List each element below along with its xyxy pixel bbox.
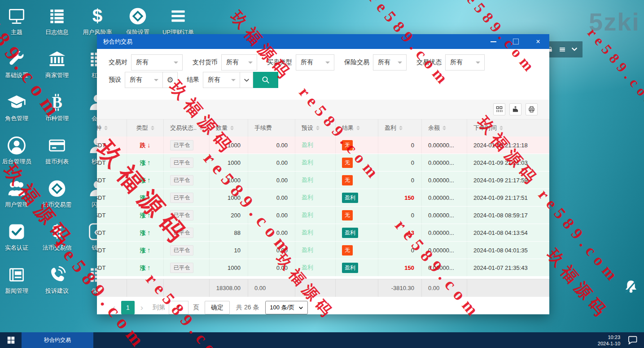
collapse-select[interactable] <box>240 72 253 88</box>
desktop-icon-menu[interactable]: UP理财订单 <box>158 6 198 36</box>
desktop-icon-list[interactable]: 日志信息 <box>37 6 77 36</box>
desktop-icon-newspaper[interactable]: 新闻管理 <box>0 265 37 295</box>
profit-cell: 150 <box>404 194 414 201</box>
coin-cell: USDT <box>97 229 105 236</box>
logo-circle-icon <box>128 6 148 26</box>
dollar-icon: $ <box>88 6 107 26</box>
column-header[interactable]: 盈利 <box>378 119 422 137</box>
column-header[interactable]: 交易状态.. <box>164 119 210 137</box>
desktop-icon-users[interactable]: 用户管理 <box>0 179 37 209</box>
grad-cap-icon <box>7 93 26 112</box>
qty-cell: 200 <box>231 212 241 219</box>
result-badge: 无 <box>342 158 353 168</box>
taskbar-task-second-contract[interactable]: 秒合约交易 <box>22 332 93 348</box>
desktop-icon-user-circle[interactable]: 后台管理员 <box>0 136 37 166</box>
pay-currency-select[interactable]: 所有 <box>221 54 257 70</box>
sort-icon[interactable] <box>151 126 154 130</box>
preset-cell: 盈利 <box>302 159 313 167</box>
column-header[interactable]: 数量 <box>210 119 248 137</box>
type-cell: 涨 ↑ <box>140 246 150 255</box>
sort-icon[interactable] <box>199 126 203 130</box>
column-header[interactable]: 下单时间 <box>467 119 549 137</box>
list-icon <box>47 6 67 26</box>
preset-select[interactable]: 所有 <box>125 72 163 88</box>
table-row: USDT涨 ↑已平仓100.00盈利无00.00000...2024-01-08… <box>97 242 549 259</box>
table-area: 币种类型交易状态..数量手续费预设结果盈利余额下单时间 USDT跌 ↓已平仓10… <box>97 100 549 315</box>
per-page-select[interactable]: 100 条/页 <box>265 301 308 314</box>
result-select[interactable]: 所有 <box>203 72 240 88</box>
column-header[interactable]: 预设 <box>295 119 336 137</box>
close-button[interactable]: × <box>533 37 543 47</box>
desktop-icon-phone[interactable]: 投诉建议 <box>37 265 77 295</box>
page-number-input[interactable] <box>169 301 188 314</box>
confirm-button[interactable]: 确定 <box>205 301 230 314</box>
trade-status-select[interactable]: 所有 <box>445 54 485 70</box>
wrench-icon <box>7 49 26 69</box>
window-titlebar[interactable]: 秒合约交易 × <box>97 34 549 49</box>
column-label: 下单时间 <box>473 124 497 132</box>
sort-icon[interactable] <box>399 126 403 130</box>
sort-icon[interactable] <box>316 126 320 130</box>
search-button[interactable] <box>253 72 278 88</box>
filter-bar: 交易对 所有 支付货币 所有 买卖类型 所有 <box>97 54 549 88</box>
trading-pair-select[interactable]: 所有 <box>131 54 183 70</box>
next-page-button[interactable]: › <box>136 303 147 313</box>
desktop-icon-check-square[interactable]: 实名认证 <box>0 222 37 252</box>
trade-type-select[interactable]: 所有 <box>296 54 334 70</box>
filter-trade-type: 买卖类型 所有 <box>267 54 334 70</box>
profit-cell: 0 <box>411 142 414 149</box>
desktop-icon-card[interactable]: 提币列表 <box>37 136 77 166</box>
maximize-button[interactable] <box>511 37 521 47</box>
taskbar-clock[interactable]: 10:23 2024-1-10 <box>598 334 620 347</box>
windows-logo-icon <box>7 336 15 344</box>
sort-icon[interactable] <box>442 126 446 130</box>
desktop-icon-bank[interactable]: 商家管理 <box>37 49 77 79</box>
sort-icon[interactable] <box>499 126 503 130</box>
select-value: 所有 <box>208 76 220 84</box>
desktop-icon-monitor[interactable]: 主题 <box>0 6 37 36</box>
menu-sm-icon[interactable] <box>559 46 566 53</box>
table-toolbar <box>97 100 549 119</box>
chevron-down-icon <box>298 305 303 310</box>
sort-icon[interactable] <box>104 126 108 130</box>
export-button[interactable] <box>509 103 521 115</box>
qty-cell: 1000 <box>228 194 241 201</box>
status-badge: 已平仓 <box>170 210 193 220</box>
column-header[interactable]: 结果 <box>336 119 378 137</box>
minimize-button[interactable] <box>488 37 498 47</box>
bell-muted-icon[interactable] <box>623 278 639 296</box>
sort-icon[interactable] <box>230 126 234 130</box>
desktop-icon-dollar[interactable]: $法币交易信 <box>37 222 77 252</box>
column-label: 结果 <box>342 124 354 132</box>
chevron-down-icon[interactable] <box>571 46 578 53</box>
preset-cell: 盈利 <box>302 176 313 184</box>
desktop-icon-wrench[interactable]: 基础设置 <box>0 49 37 79</box>
desktop-icon-grad-cap[interactable]: 角色管理 <box>0 93 37 123</box>
column-header[interactable]: 币种 <box>97 119 127 137</box>
desktop-icon-dollar[interactable]: $用户风险率 <box>77 6 118 36</box>
print-button[interactable] <box>526 103 538 115</box>
columns-toggle-button[interactable] <box>493 103 505 115</box>
current-page-button[interactable]: 1 <box>121 301 135 314</box>
desktop-icon-logo-circle[interactable]: 保险设置 <box>118 6 158 36</box>
prev-page-button[interactable]: ‹ <box>109 303 119 313</box>
insurance-select[interactable]: 所有 <box>373 54 407 70</box>
desktop-icon-bitcoin[interactable]: B币种管理 <box>37 93 77 123</box>
qty-cell: 1000 <box>228 159 241 166</box>
arrow-up-icon: ↑ <box>147 194 151 201</box>
status-badge: 已平仓 <box>170 140 193 150</box>
qty-cell: 1000 <box>228 142 241 149</box>
coin-cell: USDT <box>97 142 105 149</box>
status-badge: 已平仓 <box>170 263 193 273</box>
qty-cell: 10 <box>234 247 241 254</box>
time-cell: 2024-01-09 21:21:18 <box>473 142 528 149</box>
result-badge: 盈利 <box>342 193 358 203</box>
column-header[interactable]: 类型 <box>127 119 164 137</box>
sort-icon[interactable] <box>356 126 360 130</box>
newspaper-icon <box>7 265 26 285</box>
action-center-icon[interactable] <box>627 335 638 345</box>
column-header[interactable]: 余额 <box>422 119 467 137</box>
preset-settings-button[interactable]: ⚙ <box>162 72 178 88</box>
start-button[interactable] <box>0 332 22 348</box>
desktop-icon-logo-circle[interactable]: 法币交易需 <box>37 179 77 209</box>
